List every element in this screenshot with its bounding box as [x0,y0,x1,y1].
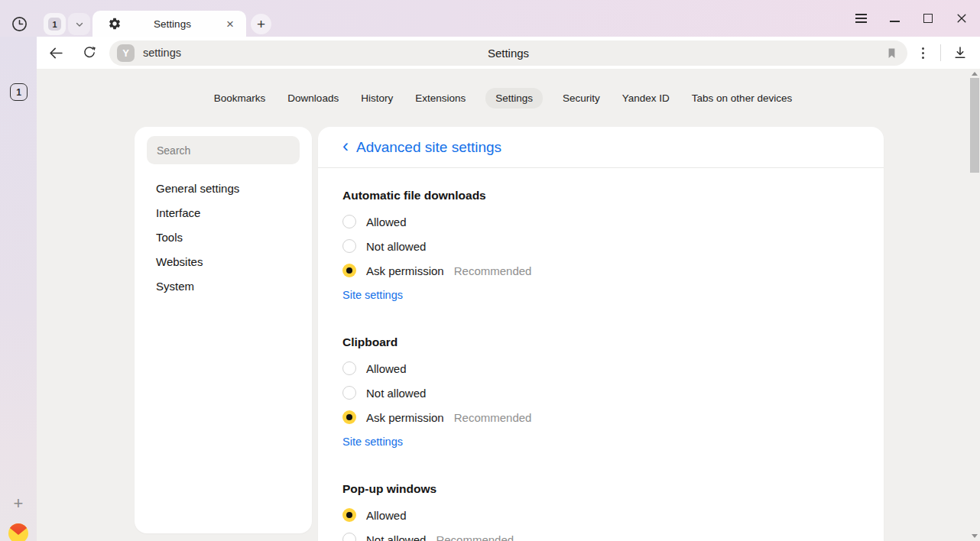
downloads-button[interactable] [949,42,971,63]
radio-unselected-icon[interactable] [342,361,356,375]
back-chevron-icon: ‹ [342,137,349,155]
recommended-note: Recommended [454,264,532,277]
minimize-icon [890,21,900,22]
settings-main-panel: ‹ Advanced site settings Automatic file … [318,127,884,541]
section-title: Clipboard [342,335,859,350]
section-title: Pop-up windows [342,481,859,497]
maximize-button[interactable] [917,8,939,29]
nav-tab-settings[interactable]: Settings [485,88,543,109]
browser-toolbar: Y settings Settings [37,37,980,69]
nav-tab-yandex-id[interactable]: Yandex ID [620,88,672,109]
radio-option-not-allowed[interactable]: Not allowed [342,234,859,258]
radio-unselected-icon[interactable] [342,215,356,228]
radio-option-not-allowed[interactable]: Not allowed [342,381,859,405]
scrollbar-thumb[interactable] [970,78,979,173]
menu-icon [855,14,867,23]
radio-unselected-icon[interactable] [342,386,356,400]
radio-selected-icon[interactable] [342,508,356,522]
clock-icon [11,15,28,33]
window-controls [850,0,972,37]
tab-counter-badge: 1 [48,18,61,31]
toolbar-divider [940,44,941,61]
close-tab-button[interactable]: × [223,17,237,31]
section-title: Automatic file downloads [342,188,859,203]
browser-window: 1 Settings × + [0,0,980,541]
new-tab-button[interactable]: + [251,14,271,34]
radio-option-ask-permission[interactable]: Ask permission Recommended [342,405,859,429]
radio-option-allowed[interactable]: Allowed [342,356,859,381]
site-settings-link[interactable]: Site settings [342,287,403,303]
radio-unselected-icon[interactable] [342,533,356,541]
bookmark-button[interactable] [883,44,900,61]
minimize-button[interactable] [884,8,905,29]
nav-tab-extensions[interactable]: Extensions [413,88,468,109]
radio-option-allowed[interactable]: Allowed [342,209,859,234]
address-bar-page-title: Settings [109,47,907,60]
sidebar-item-system[interactable]: System [135,274,312,298]
settings-nav-tabs: Bookmarks Downloads History Extensions S… [37,88,969,109]
reload-icon [82,45,97,60]
radio-selected-icon[interactable] [342,264,356,277]
history-clock-button[interactable] [10,15,28,33]
sidebar-item-websites[interactable]: Websites [135,249,312,274]
window-close-icon [956,12,968,24]
browser-menu-button[interactable] [850,8,871,29]
settings-page: Bookmarks Downloads History Extensions S… [37,69,980,541]
sidebar-item-general-settings[interactable]: General settings [135,176,312,200]
scroll-down-icon[interactable] [972,534,978,538]
section-automatic-file-downloads: Automatic file downloads Allowed Not all… [342,188,859,303]
nav-tab-history[interactable]: History [359,88,395,109]
section-clipboard: Clipboard Allowed Not allowed Ask per [342,335,859,449]
radio-unselected-icon[interactable] [342,239,356,253]
bookmark-icon [885,47,898,60]
site-settings-link[interactable]: Site settings [342,434,403,449]
tab-title: Settings [122,18,223,30]
back-button[interactable] [44,41,67,64]
search-input[interactable] [147,136,300,164]
tab-bar: 1 Settings × + [0,0,980,37]
page-scrollbar[interactable] [969,69,980,541]
recommended-note: Recommended [436,533,514,541]
scroll-up-icon[interactable] [972,72,978,76]
settings-sections: Automatic file downloads Allowed Not all… [318,168,884,541]
side-rail: 1 + [0,37,37,541]
tab-counter-button[interactable]: 1 [44,13,66,35]
reload-button[interactable] [78,41,101,64]
recommended-note: Recommended [454,411,532,424]
rail-tab-count-button[interactable]: 1 [10,83,28,101]
radio-option-not-allowed[interactable]: Not allowed Recommended [342,527,859,541]
nav-tab-other-devices[interactable]: Tabs on other devices [690,88,794,109]
nav-tab-security[interactable]: Security [560,88,602,109]
maximize-icon [923,14,933,23]
url-text: settings [143,47,181,59]
radio-selected-icon[interactable] [342,410,356,424]
nav-tab-downloads[interactable]: Downloads [285,88,341,109]
yandex-favicon: Y [117,44,135,62]
rail-add-button[interactable]: + [9,494,28,513]
download-icon [952,45,968,60]
chevron-down-icon [74,19,85,30]
radio-option-allowed[interactable]: Allowed [342,503,859,527]
browser-tab-settings[interactable]: Settings × [92,11,246,37]
back-arrow-icon [48,45,64,61]
nav-tab-bookmarks[interactable]: Bookmarks [212,88,268,109]
extensions-menu-button[interactable] [913,43,932,63]
sidebar-item-tools[interactable]: Tools [135,225,312,249]
settings-sidebar: General settings Interface Tools Website… [135,127,312,533]
section-popup-windows: Pop-up windows Allowed Not allowed Recom… [342,481,859,541]
window-close-button[interactable] [951,8,972,29]
sidebar-item-interface[interactable]: Interface [135,200,312,225]
gear-icon [108,17,122,31]
radio-option-ask-permission[interactable]: Ask permission Recommended [342,258,859,283]
address-bar[interactable]: Y settings Settings [109,40,907,66]
back-to-settings-link[interactable]: ‹ Advanced site settings [318,127,884,168]
page-title: Advanced site settings [356,139,501,156]
tab-list-dropdown-button[interactable] [68,13,90,35]
mail-icon[interactable] [8,523,28,541]
sidebar-list: General settings Interface Tools Website… [135,164,312,298]
